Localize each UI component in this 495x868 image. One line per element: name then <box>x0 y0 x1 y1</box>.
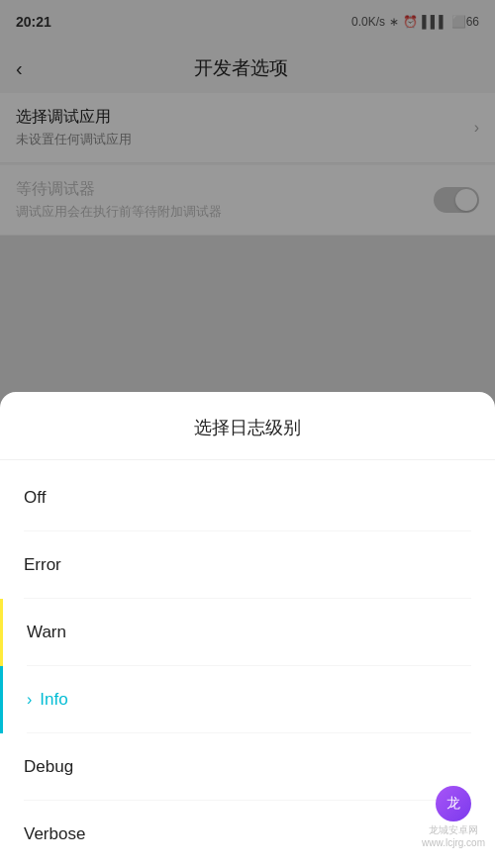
log-level-debug-label: Debug <box>24 757 73 777</box>
watermark-site: www.lcjrg.com <box>422 837 485 848</box>
log-level-warn[interactable]: Warn <box>0 599 495 666</box>
modal-divider <box>0 459 495 460</box>
log-level-verbose-label: Verbose <box>24 824 85 844</box>
modal-overlay: 选择日志级别 Off Error Warn › Info Debug Verbo… <box>0 0 495 868</box>
log-level-warn-label: Warn <box>27 623 66 642</box>
log-level-verbose[interactable]: Verbose <box>0 801 495 868</box>
watermark: 龙 龙城安卓网 www.lcjrg.com <box>422 786 485 848</box>
modal-title: 选择日志级别 <box>0 416 495 459</box>
modal-sheet: 选择日志级别 Off Error Warn › Info Debug Verbo… <box>0 392 495 868</box>
log-level-off[interactable]: Off <box>0 464 495 531</box>
log-level-off-label: Off <box>24 488 46 508</box>
log-level-error[interactable]: Error <box>0 531 495 599</box>
log-level-info-label: Info <box>40 690 67 710</box>
selected-check-icon: › <box>27 691 32 709</box>
watermark-logo: 龙 <box>436 786 471 821</box>
log-level-info[interactable]: › Info <box>0 666 495 733</box>
log-level-error-label: Error <box>24 555 61 575</box>
log-level-debug[interactable]: Debug <box>0 733 495 801</box>
watermark-brand: 龙城安卓网 <box>422 823 485 837</box>
